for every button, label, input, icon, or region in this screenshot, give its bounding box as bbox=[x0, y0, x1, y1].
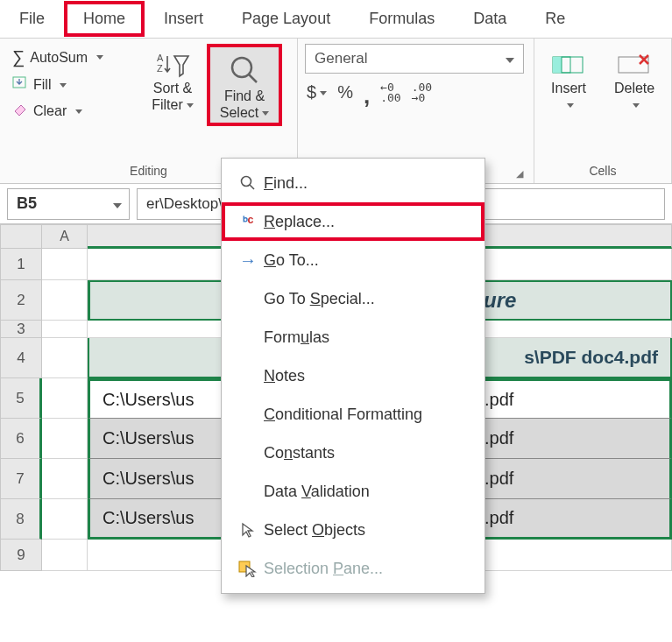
tab-formulas[interactable]: Formulas bbox=[350, 1, 454, 37]
name-box-value: B5 bbox=[17, 194, 37, 213]
currency-button[interactable]: $ bbox=[307, 82, 327, 109]
group-cells-label: Cells bbox=[541, 160, 664, 183]
row-header[interactable]: 2 bbox=[0, 280, 42, 321]
cell[interactable] bbox=[42, 338, 88, 378]
cell[interactable] bbox=[42, 459, 88, 499]
row-header[interactable]: 6 bbox=[0, 419, 42, 459]
search-icon bbox=[232, 174, 264, 192]
tab-review[interactable]: Re bbox=[526, 1, 584, 37]
menu-notes-label: Notes bbox=[264, 367, 470, 385]
menu-cond-fmt-label: Conditional Formatting bbox=[264, 406, 470, 424]
tab-file[interactable]: File bbox=[0, 1, 64, 37]
select-all-corner[interactable] bbox=[0, 224, 42, 249]
delete-cells-icon bbox=[617, 50, 652, 80]
svg-point-8 bbox=[242, 177, 251, 187]
cursor-icon bbox=[232, 521, 264, 539]
clear-label: Clear bbox=[33, 103, 67, 119]
menu-data-validation-label: Data Validation bbox=[264, 483, 470, 501]
cell[interactable] bbox=[42, 321, 88, 338]
svg-rect-5 bbox=[553, 57, 562, 73]
number-format-select[interactable]: General bbox=[305, 44, 524, 74]
menu-replace-label: Replace... bbox=[264, 213, 470, 231]
sigma-icon: ∑ bbox=[12, 47, 25, 67]
svg-point-3 bbox=[232, 58, 251, 77]
cell[interactable] bbox=[42, 249, 88, 280]
name-box[interactable]: B5 bbox=[7, 188, 130, 220]
replace-icon: ᵇc bbox=[232, 214, 264, 229]
menu-formulas[interactable]: Formulas bbox=[222, 318, 485, 356]
svg-rect-6 bbox=[562, 57, 570, 73]
menu-goto-special[interactable]: Go To Special... bbox=[222, 279, 485, 318]
cell[interactable] bbox=[42, 540, 88, 571]
menu-find-label: Find... bbox=[264, 174, 470, 193]
fill-down-icon bbox=[12, 76, 28, 94]
number-dialog-launcher-icon[interactable]: ◢ bbox=[516, 168, 523, 180]
row-header[interactable]: 1 bbox=[0, 249, 42, 280]
menu-goto[interactable]: → Go To... bbox=[222, 241, 485, 279]
autosum-label: AutoSum bbox=[30, 50, 88, 66]
tab-page-layout[interactable]: Page Layout bbox=[223, 1, 350, 37]
eraser-icon bbox=[12, 102, 28, 120]
menu-replace[interactable]: ᵇc Replace... bbox=[222, 202, 485, 241]
menu-selection-pane-label: Selection Pane... bbox=[264, 560, 470, 578]
sort-filter-icon: AZ bbox=[155, 50, 190, 80]
menu-notes[interactable]: Notes bbox=[222, 356, 485, 395]
menu-formulas-label: Formulas bbox=[264, 328, 470, 347]
cell[interactable] bbox=[42, 419, 88, 459]
number-format-value: General bbox=[315, 50, 367, 67]
delete-cells-button[interactable]: Delete bbox=[605, 44, 664, 116]
row-header[interactable]: 7 bbox=[0, 459, 42, 499]
cell[interactable] bbox=[42, 280, 88, 321]
insert-cells-button[interactable]: Insert bbox=[541, 44, 596, 116]
search-icon bbox=[227, 53, 262, 88]
menu-constants[interactable]: Constants bbox=[222, 434, 485, 472]
row-header[interactable]: 3 bbox=[0, 321, 42, 338]
column-header-a[interactable]: A bbox=[42, 224, 88, 249]
find-select-menu: Find... ᵇc Replace... → Go To... Go To S… bbox=[221, 158, 485, 594]
group-cells: Insert Delete Cells bbox=[534, 39, 672, 183]
tab-insert[interactable]: Insert bbox=[145, 1, 223, 37]
fill-button[interactable]: Fill bbox=[7, 73, 138, 97]
sort-filter-button[interactable]: AZ Sort &Filter bbox=[142, 44, 203, 126]
cell[interactable] bbox=[42, 499, 88, 540]
percent-button[interactable]: % bbox=[337, 82, 353, 109]
ribbon-tabs: File Home Insert Page Layout Formulas Da… bbox=[0, 0, 672, 39]
selection-pane-icon bbox=[232, 560, 264, 577]
menu-conditional-formatting[interactable]: Conditional Formatting bbox=[222, 395, 485, 434]
row-header[interactable]: 8 bbox=[0, 499, 42, 540]
decrease-decimal-button[interactable]: .00→0 bbox=[412, 82, 432, 109]
svg-text:Z: Z bbox=[157, 63, 163, 74]
find-select-button[interactable]: Find &Select bbox=[207, 44, 282, 126]
row-header[interactable]: 9 bbox=[0, 540, 42, 571]
autosum-button[interactable]: ∑ AutoSum bbox=[7, 44, 138, 71]
svg-text:A: A bbox=[157, 53, 164, 63]
comma-button[interactable]: , bbox=[364, 82, 370, 109]
fill-label: Fill bbox=[33, 77, 51, 93]
menu-find[interactable]: Find... bbox=[222, 164, 485, 202]
increase-decimal-button[interactable]: ←0.00 bbox=[380, 82, 400, 109]
menu-data-validation[interactable]: Data Validation bbox=[222, 472, 485, 511]
menu-goto-label: Go To... bbox=[264, 251, 470, 270]
menu-select-objects[interactable]: Select Objects bbox=[222, 511, 485, 549]
menu-selection-pane[interactable]: Selection Pane... bbox=[222, 549, 485, 588]
row-header[interactable]: 4 bbox=[0, 338, 42, 378]
clear-button[interactable]: Clear bbox=[7, 99, 138, 123]
tab-home[interactable]: Home bbox=[64, 1, 145, 37]
tab-data[interactable]: Data bbox=[454, 1, 526, 37]
menu-constants-label: Constants bbox=[264, 444, 470, 462]
arrow-right-icon: → bbox=[232, 250, 264, 271]
row-header[interactable]: 5 bbox=[0, 378, 42, 419]
menu-goto-special-label: Go To Special... bbox=[264, 290, 470, 308]
cell[interactable] bbox=[42, 378, 88, 419]
insert-cells-icon bbox=[551, 50, 586, 80]
menu-select-objects-label: Select Objects bbox=[264, 521, 470, 540]
